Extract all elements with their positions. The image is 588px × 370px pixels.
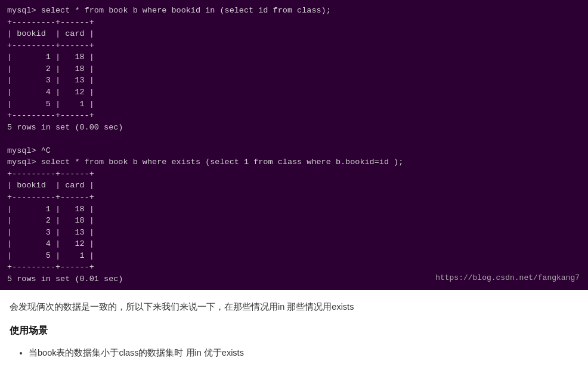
content-area: 会发现俩次的数据是一致的，所以下来我们来说一下，在那些情况用in 那些情况用ex… <box>0 290 588 371</box>
terminal-output: mysql> select * from book b where bookid… <box>7 5 581 285</box>
terminal-window: mysql> select * from book b where bookid… <box>0 0 588 290</box>
list-item: 当book表的数据集小于class的数据集时 用in 优于exists <box>29 346 578 360</box>
terminal-url: https://blog.csdn.net/fangkang7 <box>435 273 580 284</box>
description-text: 会发现俩次的数据是一致的，所以下来我们来说一下，在那些情况用in 那些情况用ex… <box>10 300 578 314</box>
bullet-list: 当book表的数据集小于class的数据集时 用in 优于exists当clas… <box>10 346 578 370</box>
section-title: 使用场景 <box>10 325 578 337</box>
